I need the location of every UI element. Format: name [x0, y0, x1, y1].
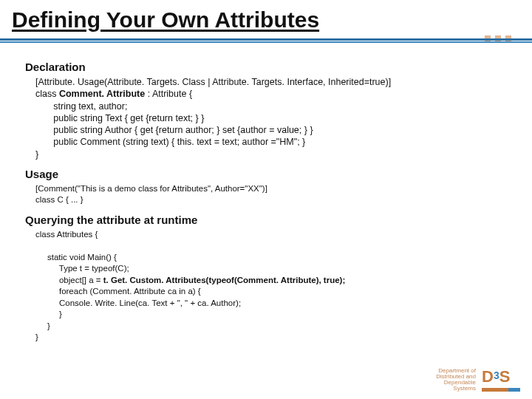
query-line-4a: object[] a = — [35, 276, 103, 284]
query-line-6: Console. Write. Line(ca. Text + ", " + c… — [35, 299, 241, 307]
page-title: Defining Your Own Attributes — [0, 0, 532, 37]
logo-3: 3 — [494, 369, 499, 381]
decl-line-2b: Comment. Attribute — [59, 89, 145, 99]
logo-s: S — [499, 367, 511, 386]
heading-usage: Usage — [25, 168, 510, 180]
footer: Department of Distributed and Dependable… — [436, 367, 520, 392]
decl-line-4: public string Text { get {return text; }… — [35, 113, 204, 123]
logo-d: D — [482, 367, 494, 386]
query-line-1: class Attributes { — [35, 230, 98, 239]
code-usage: [Comment("This is a demo class for Attri… — [35, 183, 510, 206]
title-rule — [0, 38, 532, 44]
usage-line-2: class C { ... } — [35, 195, 83, 204]
heading-declaration: Declaration — [25, 61, 510, 73]
footer-line-4: Systems — [436, 386, 476, 392]
decl-line-1: [Attribute. Usage(Attribute. Targets. Cl… — [35, 77, 391, 87]
logo: D3S — [482, 367, 520, 392]
decl-line-5: public string Author { get {return autho… — [35, 125, 313, 135]
decl-line-3: string text, author; — [35, 101, 127, 112]
code-declaration: [Attribute. Usage(Attribute. Targets. Cl… — [35, 76, 510, 160]
decl-line-2a: class — [35, 89, 59, 99]
decl-line-7: } — [35, 149, 38, 160]
decl-line-6: public Comment (string text) { this. tex… — [35, 137, 305, 147]
query-line-7: } — [35, 310, 62, 318]
query-line-9: } — [35, 332, 38, 341]
logo-bar-icon — [482, 388, 520, 392]
query-line-4b: t. Get. Custom. Attributes(typeof(Commen… — [103, 276, 346, 284]
code-querying: class Attributes { static void Main() { … — [35, 229, 510, 344]
content-area: Declaration [Attribute. Usage(Attribute.… — [0, 44, 532, 344]
slide: Defining Your Own Attributes Declaration… — [0, 0, 532, 399]
query-line-5: foreach (Comment. Attribute ca in a) { — [35, 287, 201, 296]
heading-querying: Querying the attribute at runtime — [25, 214, 510, 226]
query-line-3: Type t = typeof(C); — [35, 264, 129, 273]
usage-line-1: [Comment("This is a demo class for Attri… — [35, 184, 267, 193]
query-line-8: } — [35, 321, 50, 330]
decl-line-2c: : Attribute { — [145, 89, 192, 99]
footer-text: Department of Distributed and Dependable… — [436, 368, 476, 392]
query-line-2: static void Main() { — [35, 253, 117, 262]
